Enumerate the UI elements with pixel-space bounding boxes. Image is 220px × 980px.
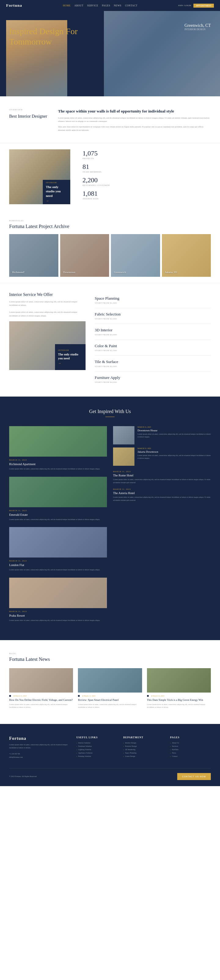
footer-dept-space[interactable]: Space Planning (123, 752, 164, 754)
service-fabric: Fabric Selection START FROM $2,000 (95, 308, 211, 324)
service-name-6: Furniture Apply (95, 375, 211, 380)
footer-link-painting[interactable]: Painting Solution (76, 755, 117, 757)
footer-page-about[interactable]: About Us (170, 742, 211, 744)
footer-link-furniture[interactable]: Furniture Solution (76, 745, 117, 747)
nav-login[interactable]: JOIN / LOGIN (178, 4, 191, 7)
footer-page-portfolio[interactable]: Portfolio (170, 749, 211, 751)
footer-email: info@fortuna.com (9, 756, 70, 759)
service-furniture: Furniture Apply START FROM $4,000 (95, 372, 211, 387)
blog-img-richmond (9, 426, 107, 457)
inspired-col-right: MARCH 11, 2023 Downtown House Lorem ipsu… (113, 426, 211, 628)
blog-title-emerald: Emerald Estate (9, 513, 107, 517)
projects-section: PORTFOLIO Fortuna Latest Project Archive… (0, 210, 220, 283)
news-meta-1: ● March 11, 2023 (9, 695, 73, 697)
news-dot-2 (78, 695, 80, 697)
services-title: Interior Service We Offer (9, 292, 85, 297)
blog-richmond: MARCH 11, 2023 Richmond Apartment Lorem … (9, 426, 107, 471)
nav-service[interactable]: Service (87, 4, 98, 7)
service-3d-interior: 3D Interior START FROM $3,000 (95, 324, 211, 340)
about-left: OVERVIEW Best Interior Designer (9, 108, 49, 134)
blog-date-london: MARCH 11, 2023 (9, 560, 107, 562)
news-dot-3 (147, 695, 149, 697)
blog-text-jakarta: MARCH 11, 2023 Jakarta Downtown Lorem ip… (138, 447, 211, 460)
project-label-richmond: Richmond! (12, 271, 25, 274)
news-section: BLOG Fortuna Latest News ● March 11, 202… (0, 640, 220, 724)
footer-dept-interior[interactable]: Interior Design (123, 742, 164, 744)
footer-dept-list: Interior Design Exterior Design 3D Rende… (123, 742, 164, 757)
appointment-button[interactable]: APPOINTMENT (193, 4, 214, 8)
footer-dept-3d[interactable]: 3D Rendering (123, 749, 164, 751)
stat-awards: 1,081 AWARDS WON (82, 189, 211, 200)
footer-link-appliance[interactable]: Appliance Solution (76, 752, 117, 754)
nav-pages[interactable]: Pages (102, 4, 110, 7)
news-meta-3: ● March 11, 2023 (147, 695, 211, 697)
footer-grid: Fortuna Lorem ipsum dolor sit amet, cons… (9, 736, 211, 759)
service-name-1: Space Planning (95, 296, 211, 301)
footer-dept-exterior[interactable]: Exterior Design (123, 745, 164, 747)
footer-link-interior[interactable]: Interior Solution (76, 742, 117, 744)
blog-body-praha: Lorem ipsum dolor sit amet, consectetur … (9, 619, 107, 622)
stats-image: INTERIOR The only studio you need → (9, 150, 70, 204)
blog-date-emerald: MARCH 11, 2023 (9, 510, 107, 511)
service-price-5: START FROM $2,000 (95, 365, 211, 368)
about-section: OVERVIEW Best Interior Designer The spac… (0, 96, 220, 143)
project-label-downtown: Downtown (63, 271, 75, 274)
nav-news[interactable]: News (114, 4, 122, 7)
news-card-3: ● March 11, 2023 This Dam Simple Trick i… (147, 668, 211, 709)
blog-jakarta-downtown: MARCH 11, 2023 Jakarta Downtown Lorem ip… (113, 447, 211, 466)
news-title-1: How Do You Define Electric Field, Voltag… (9, 698, 73, 702)
inspired-divider (105, 417, 115, 417)
service-price-2: START FROM $2,000 (95, 318, 211, 320)
stat-team: 81 TEAM MEMBERS (82, 163, 211, 173)
news-dot-1 (9, 695, 11, 697)
projects-grid: Richmond! Downtown Greenwich Jakarta, ID (9, 234, 211, 277)
service-color-paint: Color & Paint START FROM $2,500 (95, 340, 211, 356)
footer-brand: Fortuna Lorem ipsum dolor sit amet, cons… (9, 736, 70, 759)
project-jakarta[interactable]: Jakarta, ID (162, 234, 211, 277)
blog-praha: MARCH 11, 2023 Praha Resort Lorem ipsum … (9, 578, 107, 622)
project-label-jakarta: Jakarta, ID (165, 271, 177, 274)
blog-london: MARCH 11, 2023 London Flat Lorem ipsum d… (9, 527, 107, 571)
footer-page-services[interactable]: Services (170, 745, 211, 747)
footer-department: DEPARTMENT Interior Design Exterior Desi… (123, 736, 164, 759)
news-img-1 (9, 668, 73, 692)
footer-cta-button[interactable]: CONTACT US NOW (177, 773, 211, 780)
footer-link-lighting[interactable]: Lighting Solution (76, 749, 117, 751)
service-price-3: START FROM $3,000 (95, 334, 211, 336)
project-greenwich[interactable]: Greenwich (111, 234, 160, 277)
news-title-3: This Dam Simple Trick is a Big Green Ene… (147, 698, 211, 702)
footer-logo: Fortuna (9, 736, 70, 741)
news-card-2: ● March 11, 2023 Review: Span Smart Elec… (78, 668, 142, 709)
blog-img-downtown (113, 426, 135, 444)
nav-contact[interactable]: Contact (125, 4, 138, 7)
footer-page-contact[interactable]: Contact (170, 755, 211, 757)
blog-title-praha: Praha Resort (9, 614, 107, 618)
blog-downtown: MARCH 11, 2023 Downtown House Lorem ipsu… (113, 426, 211, 444)
project-downtown[interactable]: Downtown (60, 234, 109, 277)
hero-heading: Inspired Design For Tommorrow (9, 26, 78, 47)
blog-body-london: Lorem ipsum dolor sit amet, consectetur … (9, 568, 107, 571)
footer-useful-list: Interior Solution Furniture Solution Lig… (76, 742, 117, 757)
footer-bottom: © 2023 Fortuna. All Rights Reserved. CON… (9, 768, 211, 780)
services-overlay: INTERIOR The only studio you need → (55, 344, 85, 370)
blog-date-praha: MARCH 11, 2023 (9, 611, 107, 612)
footer-pages-title: PAGES (170, 736, 211, 739)
footer-phone: +1 234 567 89 (9, 752, 70, 756)
blog-img-london (9, 527, 107, 557)
project-label-greenwich: Greenwich (114, 271, 126, 274)
news-body-1: Lorem ipsum dolor sit amet, consectetur … (9, 703, 73, 709)
nav-about[interactable]: About (74, 4, 84, 7)
nav-home[interactable]: Home (63, 4, 71, 7)
about-title: Best Interior Designer (9, 113, 49, 119)
services-section: Interior Service We Offer Lorem ipsum do… (0, 283, 220, 396)
footer-page-news[interactable]: News (170, 752, 211, 754)
footer-dept-green[interactable]: Green Design (123, 755, 164, 757)
inspired-col-left: MARCH 11, 2023 Richmond Apartment Lorem … (9, 426, 107, 628)
services-body-1: Lorem ipsum dolor sit amet, consectetur … (9, 300, 85, 307)
footer-pages: PAGES About Us Services Portfolio News C… (170, 736, 211, 759)
project-richmond[interactable]: Richmond! (9, 234, 58, 277)
nav-right: JOIN / LOGIN APPOINTMENT (178, 4, 214, 8)
footer-contact: +1 234 567 89 info@fortuna.com (9, 752, 70, 759)
stat-customers: 2,200 RETURNING CUSTOMER (82, 176, 211, 186)
footer-copyright: © 2023 Fortuna. All Rights Reserved. (9, 775, 37, 777)
